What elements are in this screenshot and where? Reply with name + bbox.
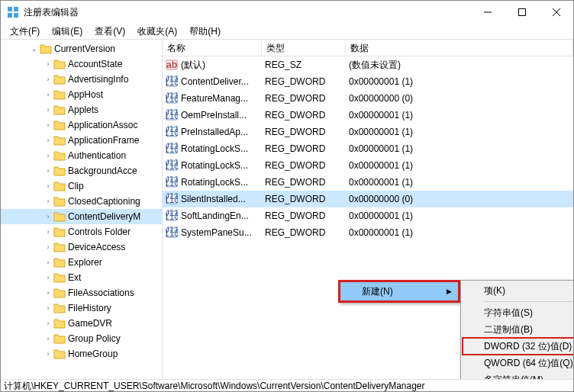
tree-label: ApplicationAssoc: [68, 120, 140, 130]
list-row[interactable]: 011110RotatingLockS... REG_DWORD 0x00000…: [163, 157, 573, 174]
expand-icon[interactable]: ›: [44, 289, 53, 297]
expand-icon[interactable]: ›: [44, 60, 53, 68]
tree-label: Authentication: [68, 150, 129, 161]
tree-item[interactable]: › FileAssociations: [1, 285, 162, 300]
menu-item-qword[interactable]: QWORD (64 位)值(Q): [463, 355, 573, 371]
folder-icon: [53, 318, 66, 329]
expand-icon[interactable]: ›: [44, 152, 53, 159]
tree-item[interactable]: › AdvertisingInfo: [1, 72, 162, 87]
expand-icon[interactable]: ›: [44, 335, 53, 342]
list-row[interactable]: 011110SoftLandingEn... REG_DWORD 0x00000…: [163, 207, 573, 224]
expand-icon[interactable]: ›: [44, 259, 53, 266]
expand-icon[interactable]: ›: [44, 106, 53, 114]
tree-label: BackgroundAcce: [68, 165, 140, 176]
menu-separator: [484, 301, 573, 302]
expand-icon[interactable]: ›: [44, 76, 53, 83]
menu-edit[interactable]: 编辑(E): [46, 24, 89, 40]
tree-item[interactable]: › AppHost: [1, 87, 162, 102]
value-name: FeatureManag...: [181, 93, 248, 104]
tree-item[interactable]: › Clip: [1, 178, 162, 194]
list-row[interactable]: 011110FeatureManag... REG_DWORD 0x000000…: [163, 90, 573, 107]
expand-icon[interactable]: ›: [44, 243, 53, 251]
expand-icon[interactable]: ›: [44, 137, 53, 144]
folder-icon: [53, 181, 66, 191]
list-row[interactable]: 011110RotatingLockS... REG_DWORD 0x00000…: [163, 174, 573, 191]
menu-help[interactable]: 帮助(H): [183, 24, 227, 40]
dword-value-icon: 011110: [166, 109, 178, 121]
tree-item[interactable]: › Controls Folder: [1, 224, 162, 239]
dword-value-icon: 011110: [166, 143, 178, 155]
maximize-button[interactable]: [505, 1, 539, 24]
svg-rect-5: [518, 9, 525, 16]
menu-file[interactable]: 文件(F): [4, 24, 46, 40]
expand-icon[interactable]: ›: [44, 350, 53, 358]
list-row[interactable]: 011110SilentInstalled... REG_DWORD 0x000…: [163, 191, 573, 207]
dword-value-icon: 011110: [166, 126, 178, 138]
tree-item[interactable]: › GameDVR: [1, 316, 162, 331]
menu-item-binary[interactable]: 二进制值(B): [463, 321, 573, 338]
tree-item[interactable]: › Ext: [1, 270, 162, 285]
menu-item-new[interactable]: 新建(N) ▶: [340, 282, 458, 300]
tree-item[interactable]: › ApplicationAssoc: [1, 117, 162, 133]
value-data: 0x00000001 (1): [349, 177, 413, 188]
value-data: 0x00000001 (1): [349, 127, 413, 137]
list-row[interactable]: 011110OemPreInstall... REG_DWORD 0x00000…: [163, 107, 573, 124]
window-controls: [470, 1, 573, 24]
tree-root[interactable]: ⌄ CurrentVersion: [1, 41, 162, 56]
svg-rect-2: [8, 13, 12, 18]
tree-item[interactable]: › BackgroundAcce: [1, 163, 162, 178]
tree-item[interactable]: › Applets: [1, 102, 162, 117]
close-button[interactable]: [539, 1, 573, 24]
tree-item[interactable]: › DeviceAccess: [1, 239, 162, 255]
list-row[interactable]: 011110PreInstalledAp... REG_DWORD 0x0000…: [163, 124, 573, 140]
list-pane[interactable]: 名称 类型 数据 ab(默认) REG_SZ (数值未设置) 011110Con…: [163, 40, 573, 379]
folder-icon: [53, 74, 66, 85]
expand-icon[interactable]: ›: [44, 182, 53, 190]
window-title: 注册表编辑器: [24, 6, 470, 19]
expand-icon[interactable]: ›: [44, 167, 53, 175]
collapse-icon[interactable]: ⌄: [30, 45, 39, 53]
menu-item-dword[interactable]: DWORD (32 位)值(D): [462, 337, 573, 355]
value-type: REG_SZ: [265, 59, 302, 70]
minimize-button[interactable]: [470, 1, 505, 24]
expand-icon[interactable]: ›: [44, 121, 53, 129]
value-name: OemPreInstall...: [181, 110, 247, 120]
list-row[interactable]: 011110RotatingLockS... REG_DWORD 0x00000…: [163, 140, 573, 157]
tree-item[interactable]: › Explorer: [1, 255, 162, 270]
tree-label: Clip: [68, 181, 87, 191]
content-area: ⌄ CurrentVersion › AccountState › Advert…: [1, 39, 573, 379]
tree-item[interactable]: › HomeGroup: [1, 346, 162, 361]
expand-icon[interactable]: ›: [44, 320, 53, 327]
expand-icon[interactable]: ›: [44, 304, 53, 312]
menu-item-string[interactable]: 字符串值(S): [463, 304, 573, 321]
expand-icon[interactable]: ›: [44, 274, 53, 281]
menu-item-multistring[interactable]: 多字符串值(M): [463, 371, 573, 379]
menu-view[interactable]: 查看(V): [89, 24, 131, 40]
menu-favorites[interactable]: 收藏夹(A): [131, 24, 183, 40]
list-row[interactable]: 011110ContentDeliver... REG_DWORD 0x0000…: [163, 73, 573, 90]
tree-item[interactable]: › FileHistory: [1, 300, 162, 316]
tree-item[interactable]: › ApplicationFrame: [1, 133, 162, 148]
dword-value-icon: 011110: [166, 227, 178, 239]
tree-item[interactable]: › ContentDeliveryM: [1, 209, 162, 224]
expand-icon[interactable]: ›: [44, 91, 53, 98]
tree-item[interactable]: › ClosedCaptioning: [1, 194, 162, 209]
tree-item[interactable]: › Group Policy: [1, 331, 162, 346]
folder-icon: [53, 333, 66, 344]
list-row[interactable]: ab(默认) REG_SZ (数值未设置): [163, 56, 573, 73]
header-data[interactable]: 数据: [346, 40, 573, 56]
header-name[interactable]: 名称: [163, 40, 262, 56]
menu-item-key[interactable]: 项(K): [463, 282, 573, 299]
folder-icon: [53, 165, 66, 176]
value-data: (数值未设置): [349, 59, 401, 72]
tree-item[interactable]: › Authentication: [1, 148, 162, 163]
expand-icon[interactable]: ›: [44, 213, 53, 220]
expand-icon[interactable]: ›: [44, 228, 53, 236]
list-row[interactable]: 011110SystemPaneSu... REG_DWORD 0x000000…: [163, 224, 573, 241]
svg-text:110: 110: [166, 228, 178, 239]
header-type[interactable]: 类型: [262, 40, 346, 56]
expand-icon[interactable]: ›: [44, 198, 53, 205]
tree-item[interactable]: › AccountState: [1, 56, 162, 72]
tree-pane[interactable]: ⌄ CurrentVersion › AccountState › Advert…: [1, 40, 163, 379]
svg-text:110: 110: [166, 161, 178, 172]
